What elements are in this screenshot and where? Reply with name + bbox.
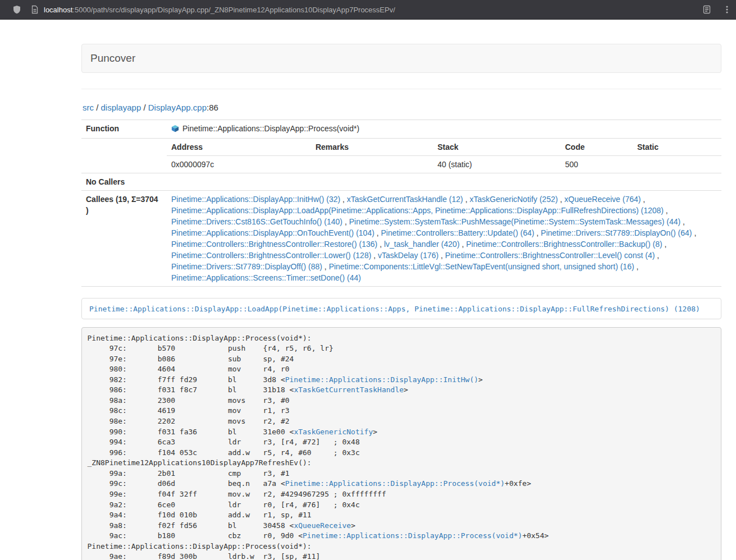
function-label: Function (81, 120, 167, 139)
page-container: Puncover src / displayapp / DisplayApp.c… (81, 44, 721, 560)
function-row: Function Pinetime::Applications::Display… (81, 120, 721, 139)
callees-row: Callees (19, Σ=3704 ) Pinetime::Applicat… (81, 191, 721, 287)
url-path: :5000/path/src/displayapp/DisplayApp.cpp… (72, 6, 395, 14)
callee-link[interactable]: Pinetime::Components::LittleVgl::SetNewT… (329, 262, 634, 271)
no-callers-label: No Callers (81, 173, 167, 191)
callee-link[interactable]: Pinetime::Applications::Screens::Timer::… (171, 273, 361, 282)
callee-link[interactable]: vTaskDelay (176) (378, 251, 438, 260)
callee-link[interactable]: Pinetime::Controllers::BrightnessControl… (171, 251, 371, 260)
symbol-header-cell: Pinetime::Applications::DisplayApp::Proc… (167, 120, 721, 139)
metrics-value-row: 0x0000097c 40 (static) 500 (167, 156, 721, 173)
related-symbol-panel: Pinetime::Applications::DisplayApp::Load… (81, 298, 721, 319)
symbol-static-size (633, 156, 721, 173)
breadcrumb-separator: / (94, 103, 101, 112)
column-stack: Stack (433, 139, 560, 156)
url-host: localhost (44, 6, 72, 14)
callees-list: Pinetime::Applications::DisplayApp::Init… (167, 191, 721, 287)
symbol-remarks (311, 156, 433, 173)
callee-link[interactable]: Pinetime::Applications::DisplayApp::Init… (171, 195, 340, 204)
code-symbol-link[interactable]: Pinetime::Applications::DisplayApp::Init… (285, 375, 478, 384)
callee-link[interactable]: Pinetime::System::SystemTask::PushMessag… (349, 217, 681, 226)
breadcrumb-separator: / (141, 103, 148, 112)
callers-cell (167, 173, 721, 191)
callee-link[interactable]: Pinetime::Applications::DisplayApp::Load… (171, 206, 664, 215)
code-symbol-link[interactable]: xTaskGenericNotify (294, 428, 373, 436)
app-navbar: Puncover (81, 44, 721, 73)
browser-toolbar: localhost:5000/path/src/displayapp/Displ… (0, 0, 736, 20)
callee-link[interactable]: Pinetime::Applications::DisplayApp::OnTo… (171, 228, 374, 237)
callee-link[interactable]: xQueueReceive (764) (564, 195, 641, 204)
code-symbol-link[interactable]: Pinetime::Applications::DisplayApp::Proc… (303, 531, 522, 540)
related-symbol-link[interactable]: Pinetime::Applications::DisplayApp::Load… (89, 305, 700, 313)
breadcrumb-file-link[interactable]: DisplayApp.cpp (148, 103, 207, 112)
column-code: Code (560, 139, 632, 156)
symbol-code-size: 500 (560, 156, 632, 173)
callee-link[interactable]: xTaskGetCurrentTaskHandle (12) (347, 195, 463, 204)
symbol-stack: 40 (static) (433, 156, 560, 173)
column-static: Static (633, 139, 721, 156)
code-symbol-link[interactable]: Pinetime::Applications::DisplayApp::Proc… (285, 479, 505, 488)
symbol-address: 0x0000097c (167, 156, 311, 173)
metrics-header-row: Address Remarks Stack Code Static (167, 139, 721, 156)
reader-view-icon[interactable] (702, 5, 711, 14)
metrics-row-label (81, 139, 167, 173)
callee-link[interactable]: xTaskGenericNotify (252) (469, 195, 557, 204)
code-symbol-link[interactable]: xQueueReceive (294, 521, 351, 530)
callers-row: No Callers (81, 173, 721, 191)
callee-link[interactable]: Pinetime::Controllers::BrightnessControl… (466, 240, 662, 249)
callee-link[interactable]: Pinetime::Drivers::Cst816S::GetTouchInfo… (171, 217, 342, 226)
callee-link[interactable]: Pinetime::Controllers::BrightnessControl… (171, 240, 377, 249)
callee-link[interactable]: Pinetime::Drivers::St7789::DisplayOn() (… (541, 228, 692, 237)
callee-link[interactable]: Pinetime::Controllers::BrightnessControl… (445, 251, 655, 260)
disassembly-block: Pinetime::Applications::DisplayApp::Proc… (81, 327, 721, 560)
callee-link[interactable]: Pinetime::Controllers::Battery::Update()… (381, 228, 534, 237)
tracking-protection-shield-icon[interactable] (12, 5, 21, 14)
symbol-table: Function Pinetime::Applications::Display… (81, 120, 721, 287)
breadcrumb-src-link[interactable]: src (83, 103, 94, 112)
breadcrumb-line-number: :86 (207, 103, 218, 112)
code-symbol-link[interactable]: xTaskGetCurrentTaskHandle (294, 385, 404, 394)
column-remarks: Remarks (311, 139, 433, 156)
brand-link[interactable]: Puncover (82, 44, 144, 72)
callee-link[interactable]: Pinetime::Drivers::St7789::DisplayOff() … (171, 262, 322, 271)
url-bar[interactable]: localhost:5000/path/src/displayapp/Displ… (44, 6, 696, 14)
page-icon[interactable] (31, 5, 39, 14)
function-type-icon (171, 124, 179, 135)
divider (81, 89, 721, 89)
metrics-row: Address Remarks Stack Code Static 0x0000… (81, 139, 721, 173)
symbol-name: Pinetime::Applications::DisplayApp::Proc… (182, 124, 359, 133)
menu-kebab-icon[interactable] (726, 5, 728, 14)
breadcrumb: src / displayapp / DisplayApp.cpp:86 (83, 103, 721, 112)
metrics-table: Address Remarks Stack Code Static 0x0000… (167, 139, 721, 173)
column-address: Address (167, 139, 311, 156)
callee-link[interactable]: lv_task_handler (420) (384, 240, 460, 249)
metrics-cell: Address Remarks Stack Code Static 0x0000… (167, 139, 721, 173)
callees-label: Callees (19, Σ=3704 ) (81, 191, 167, 287)
breadcrumb-displayapp-link[interactable]: displayapp (101, 103, 141, 112)
